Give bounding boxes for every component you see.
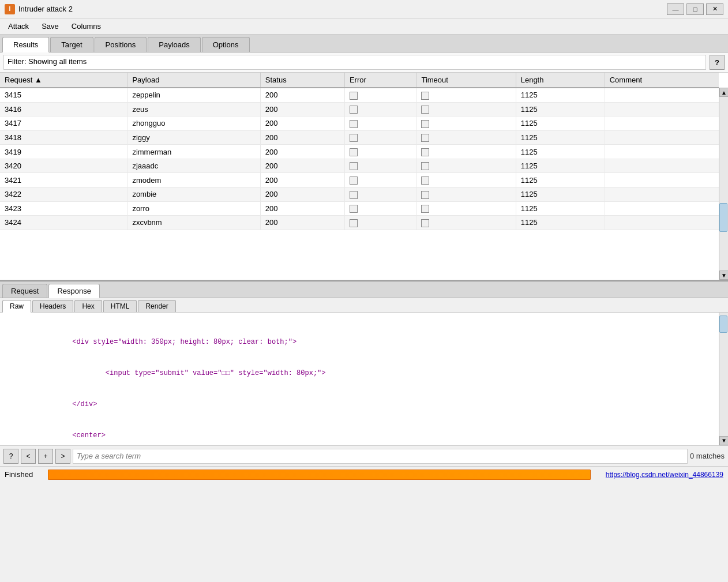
search-matches-label: 0 matches: [690, 452, 725, 460]
error-checkbox[interactable]: [350, 205, 358, 213]
table-scrollbar[interactable]: ▲ ▼: [719, 88, 728, 280]
menu-save[interactable]: Save: [36, 20, 65, 32]
tab-request[interactable]: Request: [2, 284, 47, 298]
error-checkbox[interactable]: [350, 219, 358, 227]
code-scrollbar-down-button[interactable]: ▼: [719, 436, 728, 445]
error-checkbox[interactable]: [350, 92, 358, 100]
status-url[interactable]: https://blog.csdn.net/weixin_44866139: [606, 471, 723, 479]
code-line-2: <input type="submit" value="□□" style="w…: [6, 368, 715, 378]
maximize-button[interactable]: □: [686, 3, 704, 15]
table-row[interactable]: 3416 zeus 200 1125: [0, 102, 719, 117]
menu-attack[interactable]: Attack: [2, 20, 35, 32]
cell-payload: zeppelin: [127, 88, 260, 102]
subtab-hex[interactable]: Hex: [74, 300, 102, 312]
code-scrollbar-thumb[interactable]: [719, 316, 727, 333]
col-payload[interactable]: Payload: [127, 73, 260, 88]
subtab-render[interactable]: Render: [138, 300, 175, 312]
menu-columns[interactable]: Columns: [66, 20, 107, 32]
timeout-checkbox[interactable]: [421, 92, 429, 100]
table-row[interactable]: 3422 zombie 200 1125: [0, 187, 719, 201]
close-button[interactable]: ✕: [706, 3, 723, 15]
search-input[interactable]: [73, 449, 688, 464]
timeout-checkbox[interactable]: [421, 219, 429, 227]
cell-request: 3416: [0, 102, 127, 117]
cell-payload: zmodem: [127, 173, 260, 187]
search-add-button[interactable]: +: [38, 449, 53, 464]
cell-status: 200: [260, 88, 344, 102]
tab-positions[interactable]: Positions: [95, 37, 147, 52]
cell-status: 200: [260, 173, 344, 187]
cell-comment: [605, 102, 719, 117]
col-error[interactable]: Error: [344, 73, 416, 88]
scrollbar-thumb[interactable]: [719, 203, 727, 232]
timeout-checkbox[interactable]: [421, 134, 429, 142]
cell-error: [344, 145, 416, 159]
error-checkbox[interactable]: [350, 106, 358, 114]
scrollbar-down-button[interactable]: ▼: [719, 271, 728, 280]
cell-error: [344, 102, 416, 117]
tab-payloads[interactable]: Payloads: [148, 37, 200, 52]
cell-payload: zorro: [127, 201, 260, 216]
tab-options[interactable]: Options: [202, 37, 250, 52]
cell-timeout: [416, 102, 516, 117]
table-row[interactable]: 3420 zjaaadc 200 1125: [0, 159, 719, 173]
cell-length: 1125: [516, 201, 605, 216]
table-row[interactable]: 3419 zimmerman 200 1125: [0, 145, 719, 159]
error-checkbox[interactable]: [350, 120, 358, 128]
error-checkbox[interactable]: [350, 134, 358, 142]
cell-request: 3420: [0, 159, 127, 173]
minimize-button[interactable]: —: [667, 3, 684, 15]
timeout-checkbox[interactable]: [421, 191, 429, 199]
bottom-tab-bar: Request Response: [0, 280, 728, 298]
table-row[interactable]: 3415 zeppelin 200 1125: [0, 88, 719, 102]
cell-length: 1125: [516, 88, 605, 102]
code-line-1: <div style="width: 350px; height: 80px; …: [6, 337, 715, 347]
timeout-checkbox[interactable]: [421, 205, 429, 213]
col-request[interactable]: Request ▲: [0, 73, 127, 88]
error-checkbox[interactable]: [350, 177, 358, 185]
table-row[interactable]: 3421 zmodem 200 1125: [0, 173, 719, 187]
tab-results[interactable]: Results: [2, 37, 49, 52]
table-row[interactable]: 3417 zhongguo 200 1125: [0, 117, 719, 131]
subtab-headers[interactable]: Headers: [32, 300, 73, 312]
cell-comment: [605, 117, 719, 131]
error-checkbox[interactable]: [350, 162, 358, 170]
table-row[interactable]: 3423 zorro 200 1125: [0, 201, 719, 216]
scrollbar-up-button[interactable]: ▲: [719, 88, 728, 97]
subtab-html[interactable]: HTML: [103, 300, 137, 312]
tab-response[interactable]: Response: [48, 284, 100, 298]
timeout-checkbox[interactable]: [421, 148, 429, 156]
code-content-area[interactable]: <div style="width: 350px; height: 80px; …: [0, 313, 728, 445]
timeout-checkbox[interactable]: [421, 162, 429, 170]
cell-error: [344, 88, 416, 102]
cell-status: 200: [260, 130, 344, 145]
cell-length: 1125: [516, 102, 605, 117]
cell-length: 1125: [516, 159, 605, 173]
filter-help-button[interactable]: ?: [710, 55, 725, 70]
cell-timeout: [416, 117, 516, 131]
error-checkbox[interactable]: [350, 148, 358, 156]
subtab-raw[interactable]: Raw: [2, 300, 31, 313]
timeout-checkbox[interactable]: [421, 106, 429, 114]
code-scrollbar[interactable]: ▼: [719, 313, 728, 445]
cell-comment: [605, 201, 719, 216]
timeout-checkbox[interactable]: [421, 120, 429, 128]
timeout-checkbox[interactable]: [421, 177, 429, 185]
cell-request: 3419: [0, 145, 127, 159]
search-help-button[interactable]: ?: [3, 449, 18, 464]
col-timeout[interactable]: Timeout: [416, 73, 516, 88]
cell-timeout: [416, 216, 516, 230]
cell-error: [344, 130, 416, 145]
search-prev-button[interactable]: <: [21, 449, 36, 464]
error-checkbox[interactable]: [350, 191, 358, 199]
table-scroll[interactable]: Request ▲ Payload Status Error Timeout L…: [0, 73, 728, 280]
search-next-button[interactable]: >: [55, 449, 70, 464]
cell-status: 200: [260, 145, 344, 159]
tab-target[interactable]: Target: [50, 37, 93, 52]
table-row[interactable]: 3424 zxcvbnm 200 1125: [0, 216, 719, 230]
table-row[interactable]: 3418 ziggy 200 1125: [0, 130, 719, 145]
col-comment[interactable]: Comment: [605, 73, 719, 88]
col-status[interactable]: Status: [260, 73, 344, 88]
col-length[interactable]: Length: [516, 73, 605, 88]
cell-request: 3421: [0, 173, 127, 187]
